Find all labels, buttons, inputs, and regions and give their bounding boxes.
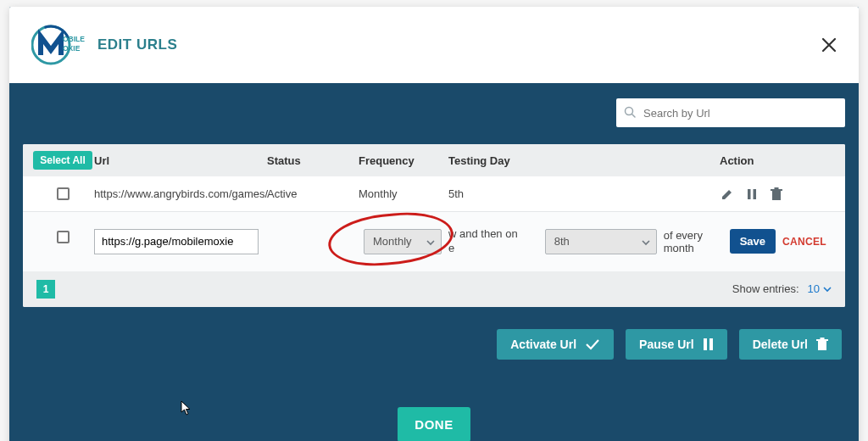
activate-url-button[interactable]: Activate Url [497,329,614,360]
col-header-frequency: Frequency [359,154,448,167]
delete-url-button[interactable]: Delete Url [739,329,842,360]
url-input[interactable] [94,229,259,254]
table-row: https://www.angrybirds.com/games/ Active… [23,176,845,212]
svg-rect-10 [709,338,713,350]
pause-icon [703,338,714,350]
search-icon [624,106,637,122]
entries-select[interactable]: 10 [808,282,832,295]
logo-bottom-text: OXIE [63,44,81,53]
edit-suffix-text: of every month [664,229,723,254]
row-checkbox[interactable] [57,187,70,200]
done-button[interactable]: DONE [398,407,470,441]
bulk-actions: Activate Url Pause Url Delete Url [23,329,845,360]
svg-rect-6 [772,191,781,200]
svg-rect-8 [774,187,778,189]
table-row-editing: Monthly w and then on e 8th [23,212,845,271]
svg-rect-4 [748,189,751,199]
day-select[interactable]: 8th [545,229,657,254]
row-frequency: Monthly [359,187,448,200]
modal-title: EDIT URLS [97,36,177,53]
search-input[interactable] [616,98,845,127]
svg-rect-9 [704,338,707,350]
select-all-button[interactable]: Select All [33,151,92,170]
trash-icon [816,338,828,351]
entries-label: Show entries: [732,282,799,295]
edit-mid-text: w and then on [448,227,518,242]
col-header-action: Action [720,154,845,167]
brand-logo: OBILE OXIE [31,25,87,65]
modal-header: OBILE OXIE EDIT URLS [9,7,859,83]
page-number[interactable]: 1 [36,280,55,299]
table-header-row: Select All Url Status Frequency Testing … [23,144,845,176]
urls-table: Select All Url Status Frequency Testing … [23,144,845,307]
brand: OBILE OXIE EDIT URLS [31,25,177,65]
edit-mid-text-b: e [448,242,518,256]
row-status: Active [267,187,359,200]
col-header-url: Url [94,154,267,167]
pager-row: 1 Show entries: 10 [23,271,845,307]
close-icon[interactable] [821,34,837,56]
cancel-button[interactable]: CANCEL [782,236,826,248]
pause-url-button[interactable]: Pause Url [626,329,727,360]
save-button[interactable]: Save [730,229,776,254]
check-icon [585,338,600,350]
row-url: https://www.angrybirds.com/games/ [94,187,267,200]
modal-body: Select All Url Status Frequency Testing … [9,83,859,441]
edit-urls-modal: OBILE OXIE EDIT URLS Select All Url [9,7,859,441]
row-testing-day: 5th [448,187,720,200]
col-header-status: Status [267,154,359,167]
logo-top-text: OBILE [63,35,85,43]
edit-icon[interactable] [720,187,734,201]
svg-rect-5 [753,189,756,199]
svg-rect-13 [821,338,825,339]
pause-icon[interactable] [744,187,759,201]
chevron-down-icon [823,285,832,293]
svg-line-3 [632,114,636,118]
frequency-select[interactable]: Monthly [364,229,442,254]
svg-rect-11 [818,341,826,350]
svg-rect-12 [816,339,828,341]
trash-icon[interactable] [769,187,783,201]
col-header-testing-day: Testing Day [448,154,720,167]
svg-rect-7 [771,189,782,191]
row-checkbox[interactable] [57,231,70,243]
